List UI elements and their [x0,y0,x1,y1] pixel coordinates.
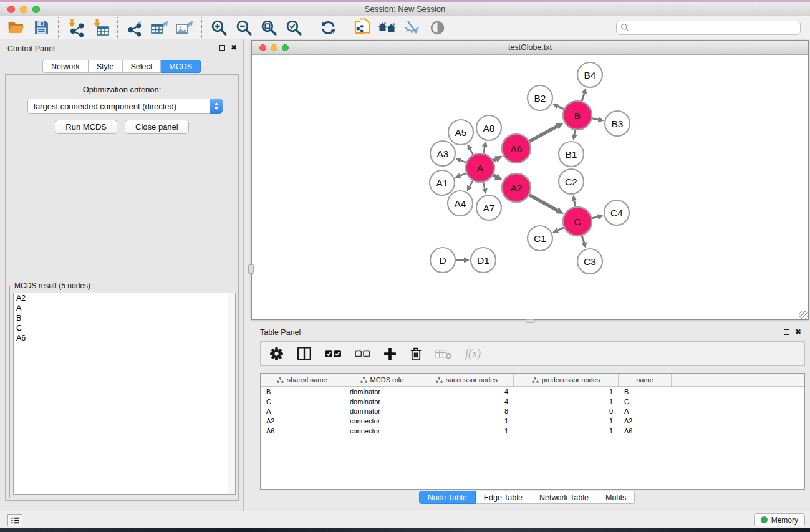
memory-button[interactable]: Memory [754,513,805,526]
table-cell[interactable]: 4 [420,388,514,395]
graph-edge[interactable] [470,149,473,155]
graph-edge[interactable] [582,94,584,101]
table-settings-button[interactable] [269,347,284,361]
table-cell[interactable]: B [619,388,672,395]
table-cell[interactable]: 4 [420,398,514,405]
graph-edge[interactable] [592,217,597,218]
result-item[interactable]: B [14,313,235,323]
column-header[interactable]: MCDS role [344,374,420,386]
result-item[interactable]: A [14,303,235,313]
table-row[interactable]: Bdominator41B [261,387,804,397]
network-canvas[interactable]: B4B2BB3A5A8A6B1A3AC2A1A2A4A7C4CC1C3DD1 [252,55,808,319]
open-session-button[interactable] [4,17,29,38]
refresh-button[interactable] [316,17,340,38]
graph-edge[interactable] [493,175,496,177]
hide-details-button[interactable] [400,17,425,38]
network-zoom-button[interactable] [282,44,289,51]
tab-select[interactable]: Select [123,60,162,73]
table-cell[interactable]: 1 [514,417,619,425]
graph-edge[interactable] [460,173,466,176]
import-table-button[interactable] [88,17,113,38]
column-header[interactable]: successor nodes [420,374,514,386]
run-mcds-button[interactable]: Run MCDS [55,120,117,134]
delete-column-button[interactable] [410,347,422,361]
result-list-scrollbar[interactable] [228,293,235,494]
delete-table-button[interactable] [435,349,452,359]
save-session-button[interactable] [29,17,54,38]
table-cell[interactable]: A [261,407,344,415]
network-close-button[interactable] [259,44,266,51]
result-item[interactable]: C [14,323,235,333]
result-item[interactable]: A6 [14,333,235,343]
table-cell[interactable]: 1 [420,427,514,435]
import-network-button[interactable] [63,17,88,38]
table-cell[interactable]: C [261,398,344,405]
table-cell[interactable]: 1 [420,417,514,425]
search-input[interactable] [629,23,796,32]
tab-network-table[interactable]: Network Table [531,491,597,504]
zoom-out-button[interactable] [231,17,256,38]
minimize-window-button[interactable] [20,6,27,13]
splitter-handle[interactable] [248,264,254,274]
table-cell[interactable]: connector [344,417,420,425]
tab-mcds[interactable]: MCDS [161,60,201,73]
graph-edge[interactable] [582,236,584,243]
table-cell[interactable]: 1 [514,427,619,435]
function-builder-button[interactable]: f(x) [465,347,481,360]
zoom-window-button[interactable] [32,6,40,13]
home-button[interactable] [375,17,400,38]
select-all-button[interactable] [325,349,342,358]
graph-edge[interactable] [493,159,496,160]
graph-edge[interactable] [461,160,466,162]
zoom-in-button[interactable] [206,17,231,38]
search-field[interactable] [616,21,801,35]
add-column-button[interactable] [383,347,397,360]
show-columns-button[interactable] [297,346,312,361]
graph-edge[interactable] [470,181,473,186]
table-cell[interactable]: 8 [420,407,514,415]
table-cell[interactable]: A2 [261,417,344,425]
close-window-button[interactable] [7,6,15,13]
splitter-handle[interactable] [526,319,535,323]
tab-style[interactable]: Style [89,60,123,73]
criterion-select[interactable]: largest connected component (directed) [27,99,223,114]
zoom-fit-button[interactable] [256,17,281,38]
close-panel-button[interactable]: Close panel [125,120,189,134]
task-history-button[interactable] [7,514,22,526]
graph-edge[interactable] [529,195,557,211]
export-image-button[interactable] [172,17,197,38]
table-cell[interactable]: C [619,398,672,405]
network-minimize-button[interactable] [271,44,277,51]
graph-edge[interactable] [483,147,485,153]
column-header[interactable]: predecessor nodes [514,374,619,386]
table-cell[interactable]: dominator [344,407,420,415]
float-panel-icon[interactable] [219,45,225,51]
mcds-result-list[interactable]: A2ABCA6 [13,293,236,495]
tab-motifs[interactable]: Motifs [597,491,635,504]
table-cell[interactable]: 1 [514,388,619,395]
export-table-button[interactable] [147,17,172,38]
column-header[interactable]: shared name [261,374,344,386]
table-row[interactable]: Cdominator41C [261,397,804,407]
graph-edge[interactable] [529,127,557,142]
close-panel-icon[interactable]: ✖ [795,329,801,335]
graph-edge[interactable] [574,130,575,135]
network-window-titlebar[interactable]: testGlobe.txt [252,41,808,55]
network-graph[interactable]: B4B2BB3A5A8A6B1A3AC2A1A2A4A7C4CC1C3DD1 [252,55,808,319]
table-cell[interactable]: 1 [514,398,619,405]
network-overview-button[interactable] [350,17,375,38]
result-item[interactable]: A2 [14,293,235,303]
resize-grip-icon[interactable] [799,311,808,319]
table-cell[interactable]: A2 [619,417,672,425]
close-panel-icon[interactable]: ✖ [231,44,237,51]
table-cell[interactable]: A [619,407,672,415]
table-cell[interactable]: 0 [514,407,619,415]
table-row[interactable]: Adominator80A [261,406,804,416]
graph-edge[interactable] [483,182,485,188]
float-panel-icon[interactable] [784,329,789,335]
tab-node-table[interactable]: Node Table [419,491,476,504]
table-cell[interactable]: dominator [344,398,420,405]
tab-edge-table[interactable]: Edge Table [476,491,531,504]
table-row[interactable]: A2connector11A2 [261,416,804,426]
zoom-selected-button[interactable] [281,17,306,38]
